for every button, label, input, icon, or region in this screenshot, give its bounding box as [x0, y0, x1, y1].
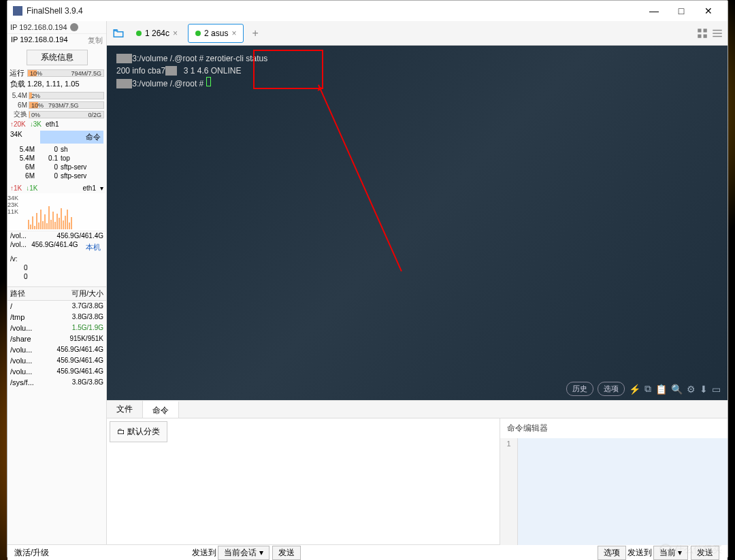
- gear-icon[interactable]: ⚙: [687, 384, 696, 395]
- code-area[interactable]: [518, 438, 728, 545]
- path-row[interactable]: /3.7G/3.8G: [7, 301, 106, 312]
- path-row[interactable]: /volu...1.5G/1.9G: [7, 323, 106, 333]
- process-row[interactable]: 5.4M0sh: [7, 145, 106, 154]
- status-dot-icon: [195, 31, 201, 36]
- line-number: 1: [500, 438, 518, 545]
- copy-icon[interactable]: ⧉: [644, 383, 651, 395]
- path-row[interactable]: /volu...456.9G/461.4G: [7, 344, 106, 355]
- terminal[interactable]: 3:/volume /.@root # zerotier-cli status …: [107, 46, 728, 400]
- close-tab-icon[interactable]: ×: [173, 29, 178, 38]
- menu-icon[interactable]: [711, 27, 723, 39]
- runtime-label: 运行: [10, 68, 24, 78]
- activate-link[interactable]: 激活/升级: [14, 547, 49, 559]
- sidebar-ip: IP 192.168.0.194: [11, 35, 68, 46]
- status-dot-icon: [136, 31, 142, 36]
- path-row[interactable]: /share915K/951K: [7, 333, 106, 344]
- default-category-button[interactable]: 🗀 默认分类: [110, 421, 167, 442]
- cmd-header[interactable]: 命令: [40, 131, 103, 144]
- chevron-down-icon[interactable]: ▾: [100, 184, 103, 192]
- close-tab-icon[interactable]: ×: [231, 29, 236, 38]
- statusbar: 激活/升级 发送到 当前会话 ▾ 发送 选项 发送到 当前 ▾ 发送: [7, 544, 728, 560]
- send-button[interactable]: 发送: [272, 546, 301, 560]
- download-icon[interactable]: ⬇: [700, 384, 708, 395]
- minimize-button[interactable]: —: [640, 1, 668, 20]
- svg-rect-3: [704, 34, 707, 37]
- titlebar: FinalShell 3.9.4 — □ ✕: [7, 1, 728, 21]
- path-row[interactable]: /tmp3.8G/3.8G: [7, 312, 106, 323]
- bottom-tabs: 文件 命令: [107, 400, 728, 418]
- network-chart: 34K 23K 11K: [7, 193, 106, 231]
- options-button[interactable]: 选项: [598, 382, 625, 396]
- window-title: FinalShell 3.9.4: [27, 6, 640, 16]
- svg-rect-0: [698, 29, 701, 32]
- app-icon: [13, 6, 22, 16]
- bolt-icon[interactable]: ⚡: [629, 384, 640, 395]
- sidebar: IP 192.168.0.194 IP 192.168.0.194 复制 系统信…: [7, 21, 107, 544]
- command-editor-title: 命令编辑器: [500, 418, 728, 438]
- svg-rect-1: [704, 29, 707, 32]
- path-row[interactable]: /sys/f...3.8G/3.8G: [7, 377, 106, 388]
- svg-rect-2: [698, 34, 701, 37]
- path-row[interactable]: /volu...456.9G/461.4G: [7, 366, 106, 377]
- process-row[interactable]: 5.4M0.1top: [7, 154, 106, 163]
- grid-view-icon[interactable]: [696, 27, 708, 39]
- annotation-box: [253, 50, 323, 89]
- load-avg: 负载 1.28, 1.11, 1.05: [7, 78, 106, 90]
- tab-commands[interactable]: 命令: [143, 401, 179, 418]
- folder-icon: 🗀: [117, 427, 125, 436]
- path-table-header: 路径可用/大小: [7, 286, 106, 301]
- command-editor[interactable]: 1: [500, 438, 728, 545]
- watermark-icon: [659, 544, 672, 556]
- process-row[interactable]: 6M0sftp-serv: [7, 163, 106, 171]
- session-dropdown[interactable]: 当前会话 ▾: [218, 546, 269, 560]
- history-button[interactable]: 历史: [566, 382, 593, 396]
- session-tab-2[interactable]: 2 asus ×: [188, 24, 244, 43]
- toolbar: 1 264c × 2 asus × +: [107, 21, 728, 46]
- sidebar-ip-short: IP 192.168.0.194: [10, 23, 67, 31]
- options-button-2[interactable]: 选项: [598, 546, 626, 560]
- bottom-panel: 🗀 默认分类 命令编辑器 1: [107, 418, 728, 544]
- process-row[interactable]: 6M0sftp-serv: [7, 171, 106, 180]
- terminal-footer: 历史 选项 ⚡ ⧉ 📋 🔍 ⚙ ⬇ ▭: [566, 382, 721, 396]
- new-tab-button[interactable]: +: [246, 27, 263, 39]
- mic-icon[interactable]: [70, 23, 78, 31]
- session-tab-1[interactable]: 1 264c ×: [129, 24, 185, 43]
- local-link[interactable]: 本机: [83, 241, 103, 254]
- paste-icon[interactable]: 📋: [655, 384, 667, 395]
- folder-open-icon[interactable]: [111, 27, 126, 39]
- watermark: 什么值得买: [659, 544, 722, 556]
- copy-link[interactable]: 复制: [88, 35, 103, 46]
- path-row[interactable]: /volu...456.9G/461.4G: [7, 355, 106, 366]
- app-window: FinalShell 3.9.4 — □ ✕ IP 192.168.0.194 …: [7, 0, 728, 558]
- maximize-button[interactable]: □: [668, 1, 695, 20]
- tab-files[interactable]: 文件: [107, 401, 143, 418]
- fullscreen-icon[interactable]: ▭: [712, 384, 721, 395]
- annotation-arrow: [318, 84, 402, 271]
- cursor-icon: [206, 77, 211, 86]
- search-icon[interactable]: 🔍: [671, 384, 683, 395]
- close-button[interactable]: ✕: [695, 1, 722, 20]
- system-info-button[interactable]: 系统信息: [27, 50, 88, 65]
